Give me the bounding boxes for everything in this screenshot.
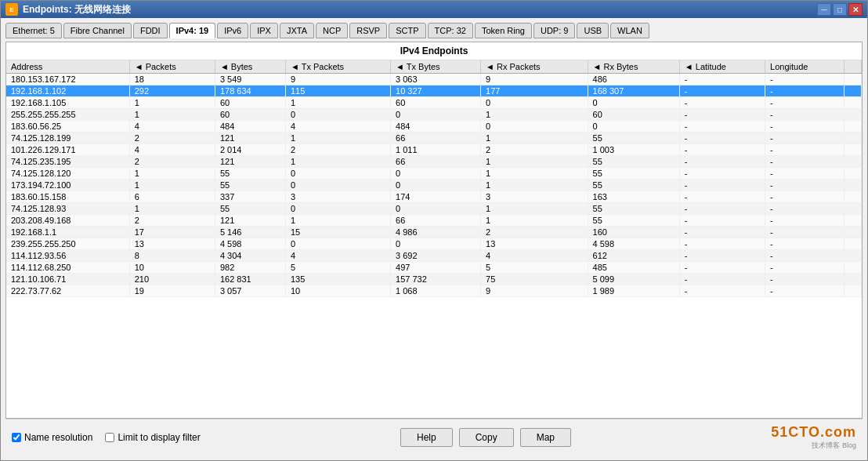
tab-ncp[interactable]: NCP	[316, 23, 348, 38]
table-row[interactable]: 192.168.1.102292178 63411510 327177168 3…	[6, 85, 862, 97]
cell-latitude: -	[679, 285, 765, 297]
table-row[interactable]: 183.60.15.158633731743163--	[6, 191, 862, 203]
cell-rx_bytes: 55	[588, 180, 679, 191]
maximize-button[interactable]: □	[833, 3, 847, 16]
table-row[interactable]: 222.73.77.62193 057101 06891 989--	[6, 285, 862, 297]
cell-extra	[844, 132, 862, 144]
table-row[interactable]: 74.125.128.9315500155--	[6, 203, 862, 215]
map-button[interactable]: Map	[520, 428, 571, 447]
cell-extra	[844, 85, 862, 97]
cell-tx_packets: 4	[285, 121, 390, 132]
cell-packets: 8	[129, 250, 215, 262]
cell-tx_bytes: 66	[391, 132, 481, 144]
table-container[interactable]: Address◄ Packets◄ Bytes◄ Tx Packets◄ Tx …	[6, 60, 862, 418]
cell-tx_packets: 1	[285, 97, 390, 109]
cell-tx_bytes: 60	[391, 97, 481, 109]
table-row[interactable]: 203.208.49.1682121166155--	[6, 215, 862, 227]
col-header-tx_bytes[interactable]: ◄ Tx Bytes	[391, 60, 481, 74]
cell-longitude: -	[765, 262, 844, 274]
cell-tx_bytes: 1 011	[391, 144, 481, 156]
copy-button[interactable]: Copy	[459, 428, 514, 447]
table-row[interactable]: 192.168.1.10516016000--	[6, 97, 862, 109]
cell-extra	[844, 215, 862, 227]
cell-latitude: -	[679, 215, 765, 227]
cell-bytes: 178 634	[215, 85, 285, 97]
tab-udp[interactable]: UDP: 9	[533, 23, 575, 38]
cell-latitude: -	[679, 74, 765, 85]
cell-address: 192.168.1.1	[6, 227, 129, 238]
cell-packets: 13	[129, 238, 215, 250]
window-title: Endpoints: 无线网络连接	[23, 3, 817, 16]
cell-longitude: -	[765, 97, 844, 109]
table-row[interactable]: 121.10.106.71210162 831135157 732755 099…	[6, 274, 862, 285]
tab-ipx[interactable]: IPX	[250, 23, 278, 38]
table-row[interactable]: 114.112.68.2501098254975485--	[6, 262, 862, 274]
table-row[interactable]: 192.168.1.1175 146154 9862160--	[6, 227, 862, 238]
col-header-rx_bytes[interactable]: ◄ Rx Bytes	[588, 60, 679, 74]
table-row[interactable]: 74.125.235.1952121166155--	[6, 156, 862, 168]
cell-longitude: -	[765, 109, 844, 121]
tab-sctp[interactable]: SCTP	[389, 23, 425, 38]
cell-rx_packets: 1	[481, 215, 588, 227]
tab-ethernet[interactable]: Ethernet: 5	[5, 23, 62, 38]
cell-extra	[844, 227, 862, 238]
tab-usb[interactable]: USB	[577, 23, 609, 38]
tab-tokenring[interactable]: Token Ring	[475, 23, 532, 38]
cell-extra	[844, 250, 862, 262]
cell-extra	[844, 109, 862, 121]
cell-address: 192.168.1.102	[6, 85, 129, 97]
tab-rsvp[interactable]: RSVP	[349, 23, 387, 38]
cell-address: 114.112.68.250	[6, 262, 129, 274]
table-row[interactable]: 74.125.128.12015500155--	[6, 168, 862, 180]
col-header-packets[interactable]: ◄ Packets	[129, 60, 215, 74]
table-row[interactable]: 183.60.56.254484448400--	[6, 121, 862, 132]
cell-packets: 18	[129, 74, 215, 85]
col-header-tx_packets[interactable]: ◄ Tx Packets	[285, 60, 390, 74]
main-window: E Endpoints: 无线网络连接 ─ □ ✕ Ethernet: 5Fib…	[0, 0, 868, 461]
tab-ipv4[interactable]: IPv4: 19	[169, 23, 216, 38]
cell-latitude: -	[679, 85, 765, 97]
table-row[interactable]: 101.226.129.17142 01421 01121 003--	[6, 144, 862, 156]
endpoints-table: Address◄ Packets◄ Bytes◄ Tx Packets◄ Tx …	[6, 60, 862, 297]
cell-latitude: -	[679, 180, 765, 191]
table-row[interactable]: 74.125.128.1992121166155--	[6, 132, 862, 144]
cell-latitude: -	[679, 97, 765, 109]
col-header-latitude[interactable]: ◄ Latitude	[679, 60, 765, 74]
tab-jxta[interactable]: JXTA	[280, 23, 314, 38]
cell-rx_bytes: 55	[588, 168, 679, 180]
tab-ipv6[interactable]: IPv6	[217, 23, 248, 38]
tab-tcp[interactable]: TCP: 32	[428, 23, 473, 38]
table-row[interactable]: 239.255.255.250134 59800134 598--	[6, 238, 862, 250]
cell-address: 114.112.93.56	[6, 250, 129, 262]
tab-fddi[interactable]: FDDI	[133, 23, 168, 38]
table-row[interactable]: 114.112.93.5684 30443 6924612--	[6, 250, 862, 262]
col-header-bytes[interactable]: ◄ Bytes	[215, 60, 285, 74]
cell-longitude: -	[765, 168, 844, 180]
col-header-rx_packets[interactable]: ◄ Rx Packets	[481, 60, 588, 74]
minimize-button[interactable]: ─	[817, 3, 831, 16]
cell-rx_packets: 2	[481, 144, 588, 156]
cell-address: 180.153.167.172	[6, 74, 129, 85]
cell-longitude: -	[765, 285, 844, 297]
tab-bar: Ethernet: 5Fibre ChannelFDDIIPv4: 19IPv6…	[5, 23, 863, 38]
help-button[interactable]: Help	[400, 428, 453, 447]
table-row[interactable]: 173.194.72.10015500155--	[6, 180, 862, 191]
limit-filter-checkbox[interactable]	[105, 433, 114, 442]
cell-rx_bytes: 55	[588, 215, 679, 227]
cell-rx_bytes: 0	[588, 121, 679, 132]
name-resolution-checkbox[interactable]	[12, 433, 21, 442]
cell-rx_bytes: 55	[588, 132, 679, 144]
table-body: 180.153.167.172183 54993 0639486--192.16…	[6, 74, 862, 297]
tab-wlan[interactable]: WLAN	[610, 23, 649, 38]
cell-bytes: 2 014	[215, 144, 285, 156]
cell-tx_packets: 15	[285, 227, 390, 238]
limit-filter-group: Limit to display filter	[105, 432, 200, 443]
tab-fibre[interactable]: Fibre Channel	[63, 23, 132, 38]
table-row[interactable]: 255.255.255.25516000160--	[6, 109, 862, 121]
close-button[interactable]: ✕	[848, 3, 863, 16]
table-row[interactable]: 180.153.167.172183 54993 0639486--	[6, 74, 862, 85]
cell-rx_bytes: 60	[588, 109, 679, 121]
cell-tx_bytes: 3 692	[391, 250, 481, 262]
cell-tx_packets: 135	[285, 274, 390, 285]
cell-longitude: -	[765, 156, 844, 168]
